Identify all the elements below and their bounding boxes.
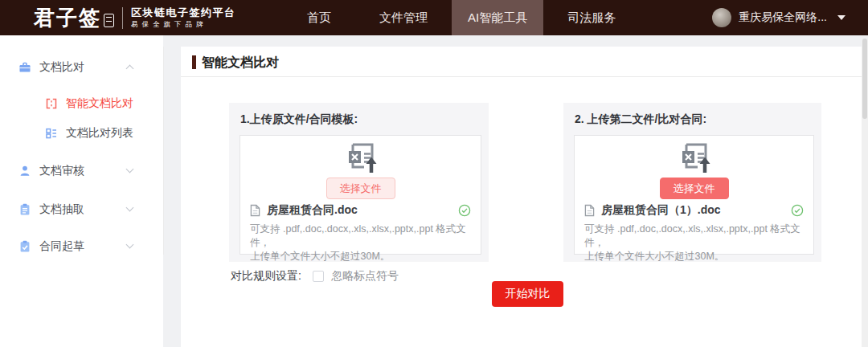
person-icon <box>18 165 31 178</box>
sidebar-divider <box>163 47 164 255</box>
chevron-down-icon[interactable] <box>126 165 134 174</box>
compare-icon <box>45 97 58 110</box>
upload-card-heading: 2. 上传第二文件/比对合同: <box>575 112 706 127</box>
sidebar-item-compare-list[interactable]: 文档比对列表 <box>0 125 163 141</box>
ignore-punctuation-checkbox[interactable] <box>313 271 324 282</box>
upload-hint: 可支持 .pdf,.doc,.docx,.xls,.xlsx,.pptx,.pp… <box>250 222 474 263</box>
chevron-down-icon[interactable] <box>126 204 134 212</box>
seal-icon <box>104 14 114 27</box>
sidebar-item-doc-compare[interactable]: 文档比对 <box>0 59 163 76</box>
clipboard-icon <box>18 203 31 216</box>
sidebar-item-contract-draft[interactable]: 合同起草 <box>0 239 163 255</box>
briefcase-icon <box>18 61 31 74</box>
tagline-brand: 易保全旗下品牌 <box>131 20 236 29</box>
list-icon <box>45 127 58 140</box>
caret-down-icon[interactable] <box>837 15 845 20</box>
sidebar-item-label: 合同起草 <box>39 239 84 254</box>
ignore-punctuation-label: 忽略标点符号 <box>331 269 399 284</box>
top-header: 君子签 区块链电子签约平台 易保全旗下品牌 首页 文件管理 AI智能工具 司法服… <box>0 0 868 35</box>
upload-card-heading: 1.上传原文件/合同模板: <box>240 112 358 127</box>
upload-document-icon <box>677 140 712 175</box>
logo-divider <box>122 7 123 29</box>
sidebar-item-label: 智能文档比对 <box>66 96 133 111</box>
page-scrollbar-thumb[interactable] <box>862 39 867 119</box>
nav-judicial-service[interactable]: 司法服务 <box>543 0 640 35</box>
title-accent-bar <box>192 55 196 69</box>
uploaded-file-row: 房屋租赁合同.doc <box>250 203 471 218</box>
uploaded-file-name: 房屋租赁合同.doc <box>267 203 358 218</box>
uploaded-file-row: 房屋租赁合同（1）.doc <box>584 203 804 218</box>
nav-home[interactable]: 首页 <box>283 0 355 35</box>
upload-hint-line2: 上传单个文件大小不超过30M。 <box>584 250 807 263</box>
upload-dropzone[interactable]: 选择文件 房屋租赁合同（1）.doc 可支持 .pdf,.doc,.docx,.… <box>574 135 814 255</box>
sidebar: 文档比对 智能文档比对 文档比对列表 文档审核 文档抽取 <box>0 35 163 347</box>
start-compare-button[interactable]: 开始对比 <box>492 281 563 307</box>
sidebar-item-doc-extract[interactable]: 文档抽取 <box>0 202 163 218</box>
brand-taglines: 区块链电子签约平台 易保全旗下品牌 <box>131 6 236 29</box>
sidebar-item-label: 文档抽取 <box>39 202 84 217</box>
uploaded-file-name: 房屋租赁合同（1）.doc <box>601 203 721 218</box>
upload-hint-line2: 上传单个文件大小不超过30M。 <box>250 250 474 263</box>
choose-file-button[interactable]: 选择文件 <box>326 178 395 199</box>
section-title-bar: 智能文档比对 <box>181 47 862 77</box>
page-title: 智能文档比对 <box>202 55 279 71</box>
main-nav: 首页 文件管理 AI智能工具 司法服务 <box>283 0 640 35</box>
upload-hint-line1: 可支持 .pdf,.doc,.docx,.xls,.xlsx,.pptx,.pp… <box>584 222 807 250</box>
doc-file-icon <box>584 204 595 217</box>
clipboard-check-icon <box>18 240 31 253</box>
user-name: 重庆易保全网络... <box>739 10 827 25</box>
sidebar-item-doc-audit[interactable]: 文档审核 <box>0 163 163 179</box>
upload-card-second: 2. 上传第二文件/比对合同: 选择文件 房屋租赁合同（1）.doc <box>563 103 821 262</box>
rules-label: 对比规则设置: <box>231 269 301 284</box>
doc-file-icon <box>250 204 260 217</box>
check-circle-icon <box>458 204 471 217</box>
compare-rules-row: 对比规则设置: 忽略标点符号 <box>231 269 399 284</box>
nav-ai-tools[interactable]: AI智能工具 <box>452 0 543 35</box>
tagline-platform: 区块链电子签约平台 <box>131 6 236 19</box>
brand-name: 君子签 <box>34 4 101 32</box>
nav-file-management[interactable]: 文件管理 <box>355 0 452 35</box>
brand-logo: 君子签 区块链电子签约平台 易保全旗下品牌 <box>34 0 236 35</box>
sidebar-item-label: 文档审核 <box>39 164 84 178</box>
upload-hint: 可支持 .pdf,.doc,.docx,.xls,.xlsx,.pptx,.pp… <box>584 222 807 263</box>
upload-dropzone[interactable]: 选择文件 房屋租赁合同.doc 可支持 .pdf,.doc,.docx,.xls… <box>240 135 481 255</box>
chevron-down-icon[interactable] <box>126 241 134 249</box>
sidebar-item-label: 文档比对 <box>39 60 84 75</box>
sidebar-item-label: 文档比对列表 <box>66 126 133 141</box>
chevron-up-icon[interactable] <box>126 65 134 73</box>
main-content: 智能文档比对 1.上传原文件/合同模板: 选择文件 房屋租赁合同.doc <box>181 47 862 347</box>
choose-file-button[interactable]: 选择文件 <box>660 178 729 199</box>
upload-document-icon <box>343 140 379 175</box>
user-avatar[interactable] <box>712 8 731 27</box>
upload-card-original: 1.上传原文件/合同模板: 选择文件 房屋租赁合同.doc <box>229 103 489 262</box>
user-menu[interactable]: 重庆易保全网络... <box>712 0 845 35</box>
check-circle-icon <box>791 204 804 217</box>
sidebar-item-smart-doc-compare[interactable]: 智能文档比对 <box>0 96 163 112</box>
upload-hint-line1: 可支持 .pdf,.doc,.docx,.xls,.xlsx,.pptx,.pp… <box>250 222 474 250</box>
page-scrollbar[interactable] <box>862 35 868 347</box>
